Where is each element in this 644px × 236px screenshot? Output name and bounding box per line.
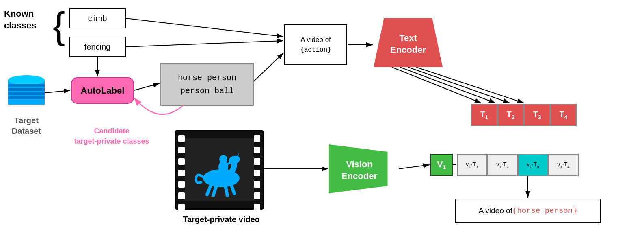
cylinder-stripe-3	[8, 92, 45, 95]
film-hole	[178, 181, 185, 188]
text-encoder-line2: Encoder	[390, 45, 426, 55]
svg-line-14	[254, 53, 283, 81]
film-hole	[254, 170, 260, 176]
video-action-code: {action}	[300, 45, 331, 55]
vision-encoder-line2: Encoder	[341, 171, 377, 181]
cylinder-top	[8, 75, 45, 85]
text-encoder-line1: Text	[399, 33, 417, 43]
svg-line-20	[400, 67, 495, 103]
t-boxes-container: T1 T2 T3 T4	[471, 104, 577, 126]
film-strip	[175, 130, 264, 210]
video-action-line1: A video of	[300, 35, 331, 45]
svg-line-3	[207, 184, 211, 194]
v1-label: V1	[437, 159, 446, 171]
film-hole	[178, 158, 185, 165]
climb-box: climb	[69, 8, 126, 28]
svg-line-19	[392, 67, 481, 103]
dot3-box: v1·T3	[518, 154, 548, 176]
svg-line-4	[213, 186, 216, 196]
film-holes-right	[254, 135, 260, 210]
film-hole	[178, 192, 185, 199]
text-encoder-label: Text Encoder	[382, 33, 434, 56]
candidate-private-line2: target-private classes	[74, 137, 149, 145]
dot1-label: v1·T1	[466, 161, 478, 169]
target-dataset-label: Target Dataset	[10, 115, 43, 136]
svg-line-21	[408, 67, 510, 103]
film-label: Target-private video	[169, 215, 274, 224]
vision-encoder-label: Vision Encoder	[333, 159, 386, 182]
video-action-box: A video of {action}	[284, 24, 347, 65]
candidate-text: horse person person ball	[178, 72, 236, 98]
film-content	[185, 138, 254, 201]
film-hole	[254, 181, 260, 188]
film-hole	[254, 158, 260, 165]
film-hole	[254, 135, 260, 142]
known-classes-label: Known classes	[4, 8, 37, 31]
svg-line-16	[45, 90, 70, 93]
target-private-video-label: Target-private video	[183, 215, 260, 224]
final-output-prefix: A video of	[478, 206, 512, 215]
svg-line-12	[126, 18, 283, 37]
fencing-label: fencing	[84, 42, 111, 52]
svg-line-22	[416, 67, 524, 103]
dot4-label: v1·T4	[557, 161, 569, 169]
svg-line-17	[134, 83, 160, 90]
dot3-label: v1·T3	[527, 161, 539, 169]
target-dataset-line2: Dataset	[12, 127, 41, 135]
t4-box: T4	[550, 104, 577, 126]
target-dataset-line1: Target	[14, 116, 39, 125]
t3-label: T3	[533, 110, 541, 120]
cylinder-stripe-2	[8, 88, 45, 91]
film-hole	[178, 147, 185, 153]
t2-label: T2	[506, 110, 514, 120]
film-holes-left	[178, 135, 185, 210]
v1-box: V1	[430, 154, 453, 176]
t2-box: T2	[497, 104, 524, 126]
t1-box: T1	[471, 104, 497, 126]
film-hole	[254, 204, 260, 210]
curly-brace-icon: {	[53, 7, 65, 44]
final-output-action: {horse person}	[512, 206, 577, 215]
cylinder-stripe-1	[8, 84, 45, 87]
film-outer	[175, 130, 264, 210]
film-hole	[178, 204, 185, 210]
candidate-box: horse person person ball	[160, 63, 254, 106]
film-hole	[178, 135, 185, 142]
autolabel-label: AutoLabel	[81, 85, 125, 96]
candidate-private-label: Candidate target-private classes	[71, 126, 152, 146]
known-classes-line2: classes	[4, 20, 37, 31]
climb-label: climb	[88, 14, 107, 23]
svg-line-24	[399, 165, 430, 169]
candidate-private-line1: Candidate	[94, 127, 129, 135]
t3-box: T3	[524, 104, 550, 126]
film-hole	[254, 147, 260, 153]
diagram-container: Known classes { climb fencing Target Dat…	[0, 0, 644, 236]
dot2-label: v1·T2	[496, 161, 508, 169]
t4-label: T4	[559, 110, 567, 120]
svg-line-6	[231, 184, 234, 194]
dot2-box: v1·T2	[487, 154, 518, 176]
horse-rider-svg	[189, 144, 250, 197]
svg-line-13	[126, 41, 283, 47]
vision-encoder-line1: Vision	[346, 159, 373, 169]
t1-label: T1	[480, 110, 488, 120]
final-output-box: A video of {horse person}	[455, 199, 601, 223]
dot1-box: v1·T1	[457, 154, 487, 176]
fencing-box: fencing	[69, 37, 126, 57]
dot-boxes-container: v1·T1 v1·T2 v1·T3 v1·T4	[457, 154, 579, 176]
known-classes-line1: Known	[4, 9, 34, 19]
film-hole	[178, 170, 185, 176]
cylinder-stripe-4	[8, 96, 45, 99]
target-dataset: Target Dataset	[8, 75, 45, 108]
cylinder	[8, 75, 45, 108]
svg-point-8	[219, 155, 227, 163]
autolabel-box: AutoLabel	[71, 77, 134, 104]
candidate-line1: horse person	[178, 72, 236, 85]
dot4-box: v1·T4	[548, 154, 579, 176]
film-hole	[254, 192, 260, 199]
candidate-line2: person ball	[178, 85, 236, 98]
svg-line-5	[225, 186, 227, 196]
